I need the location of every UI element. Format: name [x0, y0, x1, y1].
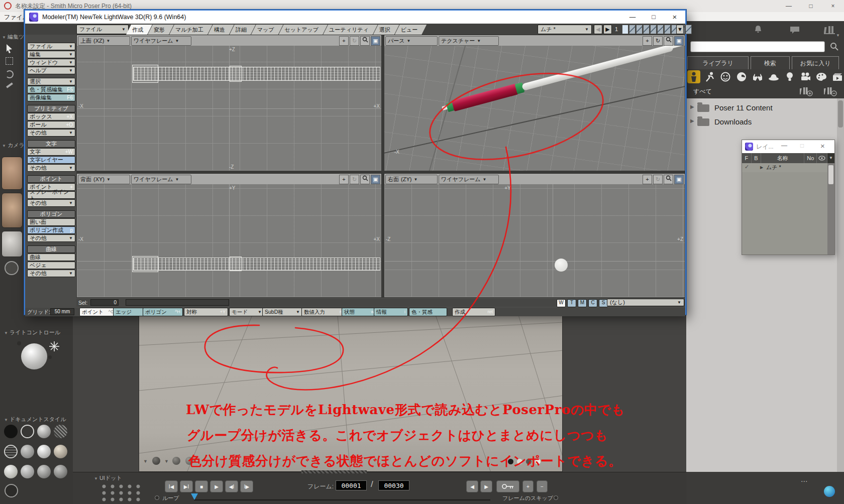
- zoom-icon[interactable]: [360, 36, 370, 46]
- more-options-button[interactable]: ...: [801, 475, 807, 484]
- document-style-section[interactable]: ▼ドキュメントスタイル: [4, 416, 66, 423]
- layer-cell-4[interactable]: [643, 25, 650, 34]
- tab-view[interactable]: ビュー: [395, 25, 427, 35]
- total-frames-field[interactable]: 00030: [378, 480, 409, 490]
- layer-cell-5[interactable]: [650, 25, 657, 34]
- tab-library[interactable]: ライブラリ: [687, 56, 749, 69]
- all-filter-label[interactable]: すべて: [693, 87, 712, 96]
- layer-minimize-button[interactable]: —: [781, 142, 787, 149]
- subd-type-button[interactable]: SubD種▼: [262, 308, 302, 316]
- scenes-category-icon[interactable]: [831, 70, 844, 83]
- step-back-button[interactable]: ◀I: [225, 480, 238, 492]
- expand-arrow-icon[interactable]: ▶: [690, 118, 694, 123]
- go-last-frame-button[interactable]: ▶I: [180, 480, 193, 492]
- ui-dots-section[interactable]: ▼UIドット: [94, 474, 122, 482]
- panel-options-caret[interactable]: ▼: [836, 33, 840, 38]
- sync-sphere-icon[interactable]: [824, 486, 835, 497]
- current-frame-field[interactable]: 00001: [336, 480, 367, 490]
- zoom-icon[interactable]: [664, 175, 673, 184]
- sidebar-window[interactable]: ウィンドウ▼: [27, 59, 75, 66]
- layer-expand-icon[interactable]: ▶: [760, 165, 763, 170]
- drag-handle[interactable]: [301, 470, 367, 473]
- light-dot[interactable]: [17, 341, 21, 345]
- layer-cell-2[interactable]: [629, 25, 636, 34]
- render-mode-combo[interactable]: ワイヤフレーム▼: [131, 175, 191, 184]
- remove-library-icon[interactable]: [824, 86, 837, 96]
- style-wireframe[interactable]: [4, 445, 18, 458]
- chat-bubble-icon[interactable]: [790, 26, 800, 34]
- tab-favorites[interactable]: お気に入り: [792, 56, 839, 69]
- poser-minimize-button[interactable]: —: [778, 0, 800, 12]
- style-cartoon[interactable]: [21, 465, 34, 478]
- search-icon[interactable]: [830, 42, 839, 51]
- style-extra[interactable]: [5, 484, 18, 497]
- sidebar-bezier[interactable]: ベジェ: [27, 262, 75, 269]
- tab-construct[interactable]: 構造: [208, 25, 234, 35]
- sidebar-edit[interactable]: 編集▼: [27, 51, 75, 58]
- timeline-track[interactable]: [194, 499, 490, 500]
- rotate-icon[interactable]: ↻: [653, 36, 663, 46]
- tab-map[interactable]: マップ: [251, 25, 283, 35]
- layer-cell-10[interactable]: [685, 25, 692, 34]
- viewport-back-canvas[interactable]: +Y -X +X: [77, 184, 381, 297]
- add-library-icon[interactable]: [800, 86, 813, 96]
- file-menu-combo[interactable]: ファイル▼: [76, 25, 129, 34]
- prev-key-button[interactable]: ◀: [466, 480, 478, 492]
- view-type-combo[interactable]: 上面(XZ)▼: [78, 36, 130, 46]
- sidebar-text[interactable]: 文字+W: [27, 148, 75, 156]
- sidebar-make-polygon[interactable]: ポリゴン作成p: [27, 226, 75, 234]
- rotate-icon[interactable]: ↻: [653, 175, 663, 184]
- timeline-marker[interactable]: [191, 493, 198, 500]
- tab-create[interactable]: 作成: [126, 25, 152, 35]
- cursor-tool-icon[interactable]: [6, 44, 14, 53]
- library-books-icon[interactable]: [824, 25, 835, 34]
- viewport-top[interactable]: 上面(XZ)▼ ワイヤフレーム▼ + ↻ ▣ +Z -X +X -Z: [76, 35, 382, 171]
- list-item[interactable]: ▶ Downloads: [686, 115, 837, 129]
- sidebar-image-editor[interactable]: 画像編集F6: [27, 94, 75, 101]
- lw-maximize-button[interactable]: □: [643, 11, 664, 24]
- sidebar-pen[interactable]: 囲い面: [27, 218, 75, 226]
- library-item-label[interactable]: Downloads: [714, 116, 752, 128]
- viewport-right[interactable]: 右面(ZY)▼ ワイヤフレーム▼ + ↻ ▣ +Y -Z +Z: [384, 173, 685, 298]
- camera-preview-thumb[interactable]: [2, 231, 23, 257]
- viewport-perspective-canvas[interactable]: -X: [384, 46, 685, 171]
- layer-maximize-button[interactable]: □: [800, 142, 804, 149]
- maximize-view-icon[interactable]: ▣: [371, 36, 380, 46]
- flag-t[interactable]: T: [567, 299, 576, 307]
- light-dot[interactable]: [48, 355, 52, 359]
- mode-polygons-button[interactable]: ポリゴン^H: [143, 308, 183, 316]
- lightwave-titlebar[interactable]: Modeler(TM) NewTek LightWave 3D(R) 9.6 (…: [25, 11, 685, 24]
- sidebar-points-more[interactable]: その他▼: [27, 199, 75, 207]
- col-number[interactable]: No: [804, 153, 817, 163]
- flag-c[interactable]: C: [588, 299, 597, 307]
- rotate-tool-icon[interactable]: [6, 70, 14, 78]
- sidebar-primitives-more[interactable]: その他▼: [27, 129, 75, 137]
- sidebar-ball[interactable]: ボール+O: [27, 121, 75, 129]
- layer-cell-3[interactable]: [636, 25, 643, 34]
- tab-utilities[interactable]: ユーティリティ: [323, 25, 378, 35]
- style-preview[interactable]: [54, 465, 67, 478]
- rotate-icon[interactable]: ↻: [350, 175, 359, 184]
- style-smooth[interactable]: [37, 445, 51, 458]
- expression-category-icon[interactable]: [719, 70, 732, 83]
- prev-object-button[interactable]: ◀: [594, 25, 602, 34]
- render-mode-combo[interactable]: ワイヤフレーム▼: [131, 36, 191, 46]
- select-tool-icon[interactable]: [6, 57, 13, 65]
- surface-button[interactable]: 色・質感: [409, 308, 447, 316]
- pan-icon[interactable]: +: [339, 36, 349, 46]
- add-frame-button[interactable]: +: [522, 480, 534, 492]
- maximize-view-icon[interactable]: ▣: [674, 175, 684, 184]
- lw-minimize-button[interactable]: —: [622, 11, 643, 24]
- pan-icon[interactable]: +: [643, 175, 652, 184]
- sidebar-spray-points[interactable]: スプレーポイント: [27, 191, 75, 199]
- style-outline[interactable]: [21, 425, 34, 438]
- style-comic[interactable]: [37, 465, 51, 478]
- symmetry-button[interactable]: 対称+Y: [184, 308, 228, 316]
- expand-arrow-icon[interactable]: ▶: [690, 104, 694, 109]
- play-button[interactable]: ▶: [210, 480, 223, 492]
- frame-skip-radio[interactable]: [554, 495, 558, 500]
- mode-edges-button[interactable]: エッジ: [113, 308, 146, 316]
- scrollbar-thumb[interactable]: [838, 100, 843, 128]
- remove-frame-button[interactable]: −: [537, 480, 548, 492]
- light-control-section[interactable]: ▼ライトコントロール: [4, 329, 60, 336]
